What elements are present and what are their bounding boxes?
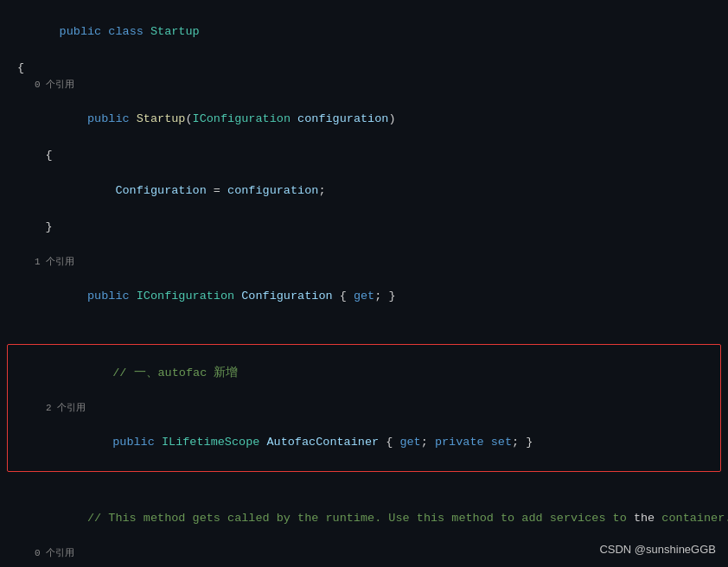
code-line: 1 个引用 bbox=[0, 255, 728, 270]
code-line: public class Startup bbox=[0, 5, 728, 60]
red-box-1: // 一、autofac 新增 2 个引用 public ILifetimeSc… bbox=[7, 344, 721, 473]
code-line bbox=[0, 474, 728, 492]
watermark: CSDN @sunshineGGB bbox=[599, 541, 716, 558]
code-line: 0 个引用 bbox=[0, 78, 728, 92]
code-line: 2 个引用 bbox=[11, 401, 717, 416]
code-line: public ILifetimeScope AutofacContainer {… bbox=[11, 416, 717, 470]
code-line: // 一、autofac 新增 bbox=[11, 347, 717, 401]
code-line bbox=[0, 324, 728, 342]
code-line: { bbox=[0, 147, 728, 165]
code-line: { bbox=[0, 60, 728, 78]
code-line bbox=[0, 237, 728, 255]
code-line: public Startup(IConfiguration configurat… bbox=[0, 92, 728, 147]
code-container: public class Startup { 0 个引用 public Star… bbox=[0, 0, 728, 567]
code-line: public IConfiguration Configuration { ge… bbox=[0, 270, 728, 324]
code-line: Configuration = configuration; bbox=[0, 164, 728, 219]
code-line: // This method gets called by the runtim… bbox=[0, 492, 728, 546]
code-line: public void ConfigureServices(IServiceCo… bbox=[0, 561, 728, 567]
code-line: } bbox=[0, 219, 728, 237]
